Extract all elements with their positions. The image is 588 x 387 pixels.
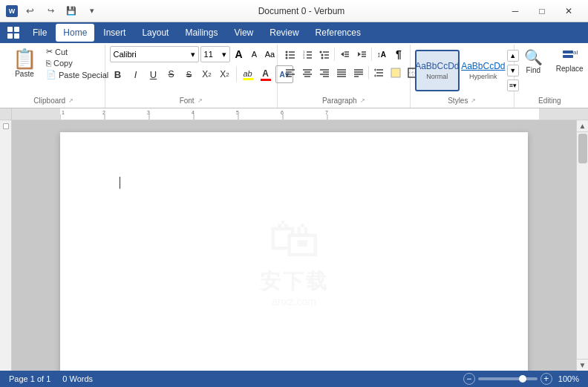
font-label: Font ↗: [110, 95, 272, 105]
svg-point-18: [321, 54, 323, 56]
ruler-content[interactable]: 1 2 3 4 5 6 7: [60, 108, 539, 120]
ruler-left-margin: [12, 108, 60, 120]
case-button[interactable]: Aa: [263, 46, 278, 62]
italic-button[interactable]: I: [128, 66, 144, 82]
font-dropdown-icon: ▾: [191, 50, 195, 59]
normal-style-preview: AaBbCcDd: [415, 61, 459, 71]
menu-home[interactable]: Home: [56, 24, 94, 42]
paste-button[interactable]: 📋 Paste: [7, 46, 42, 80]
minimize-button[interactable]: ─: [502, 0, 529, 22]
clipboard-expand-icon[interactable]: ↗: [68, 97, 74, 104]
grow-font-button[interactable]: A: [232, 46, 246, 62]
ruler-sidebar-space: [0, 108, 12, 120]
document-page[interactable]: 🛍 安下载 anxz.com: [60, 132, 528, 371]
svg-marker-54: [374, 74, 376, 77]
scroll-track[interactable]: [577, 132, 588, 359]
replace-icon: ab: [561, 48, 578, 65]
increase-indent-button[interactable]: [353, 46, 370, 62]
scroll-up-button[interactable]: ▲: [577, 120, 589, 132]
svg-text:5: 5: [236, 110, 239, 115]
svg-point-16: [319, 51, 321, 53]
zoom-in-button[interactable]: +: [540, 373, 552, 385]
close-button[interactable]: ✕: [555, 0, 582, 22]
zoom-slider-thumb: [519, 375, 526, 383]
menu-mailings[interactable]: Mailings: [177, 24, 225, 42]
align-right-button[interactable]: [316, 65, 333, 81]
menu-references[interactable]: References: [308, 24, 368, 42]
para-sep1: [334, 48, 335, 61]
save-button[interactable]: 💾: [62, 4, 80, 19]
window-title: Document 0 - Verbum: [101, 6, 502, 16]
svg-text:ab: ab: [573, 49, 578, 56]
cut-button[interactable]: ✂ Cut: [43, 46, 111, 57]
align-left-button[interactable]: [282, 65, 298, 81]
decrease-indent-button[interactable]: [336, 46, 353, 62]
justify-button[interactable]: [333, 65, 350, 81]
editing-label: Editing: [519, 95, 581, 105]
font-size-selector[interactable]: 11 ▾: [200, 46, 230, 62]
multilevel-button[interactable]: [316, 46, 333, 62]
scroll-thumb[interactable]: [578, 134, 587, 163]
restore-button[interactable]: □: [529, 0, 555, 22]
shading-button[interactable]: [388, 65, 404, 81]
sort-button[interactable]: ↕A: [373, 46, 390, 62]
underline-button[interactable]: U: [146, 66, 162, 82]
menu-file[interactable]: File: [25, 24, 54, 42]
font-color-button[interactable]: A: [258, 66, 274, 82]
ribbon: 📋 Paste ✂ Cut ⎘ Copy 📄 Paste Special Cl: [0, 43, 588, 108]
zoom-percent: 100%: [558, 374, 579, 383]
strikethrough-button[interactable]: S: [163, 66, 180, 82]
zoom-slider[interactable]: [478, 377, 538, 380]
paste-special-button[interactable]: 📄 Paste Special: [43, 69, 111, 80]
status-bar: Page 1 of 1 0 Words − + 100%: [0, 371, 588, 387]
paragraph-group: 1.2.3. ↕A ¶: [278, 45, 411, 108]
strikethrough2-button[interactable]: S: [181, 66, 197, 82]
menu-layout[interactable]: Layout: [134, 24, 176, 42]
superscript-button[interactable]: X2: [217, 66, 233, 82]
para-row1: 1.2.3. ↕A ¶: [282, 46, 421, 62]
shrink-font-button[interactable]: A: [247, 46, 262, 62]
paragraph-label: Paragraph ↗: [282, 95, 405, 105]
numbering-button[interactable]: 1.2.3.: [299, 46, 316, 62]
font-name-selector[interactable]: Calibri ▾: [110, 46, 199, 62]
clipboard-small-buttons: ✂ Cut ⎘ Copy 📄 Paste Special: [43, 46, 111, 80]
find-button[interactable]: 🔍 Find: [519, 46, 548, 77]
line-spacing-button[interactable]: [370, 65, 387, 81]
editing-group: 🔍 Find ab Replace Editing: [514, 45, 585, 108]
menu-view[interactable]: View: [226, 24, 261, 42]
replace-button[interactable]: ab Replace: [551, 46, 588, 75]
highlight-button[interactable]: ab: [240, 66, 256, 82]
redo-button[interactable]: ↪: [42, 4, 59, 19]
paste-icon: 📋: [13, 48, 36, 70]
svg-text:3.: 3.: [303, 56, 305, 59]
paragraph-expand-icon[interactable]: ↗: [360, 97, 365, 104]
customize-button[interactable]: ▾: [83, 4, 101, 19]
bullets-button[interactable]: [282, 46, 298, 62]
zoom-out-button[interactable]: −: [463, 373, 475, 385]
font-expand-icon[interactable]: ↗: [197, 97, 203, 104]
undo-button[interactable]: ↩: [21, 4, 39, 19]
align-center-button[interactable]: [299, 65, 316, 81]
show-hide-button[interactable]: ¶: [391, 46, 407, 62]
styles-expand-icon[interactable]: ↗: [471, 97, 476, 104]
para-sep2: [371, 48, 372, 61]
bold-button[interactable]: B: [110, 66, 126, 82]
svg-text:2: 2: [102, 110, 105, 115]
copy-icon: ⎘: [46, 59, 51, 68]
document-area[interactable]: 🛍 安下载 anxz.com: [12, 120, 576, 371]
font-sep: [236, 67, 237, 82]
subscript-button[interactable]: X2: [199, 66, 215, 82]
svg-rect-55: [391, 68, 400, 77]
font-name-row: Calibri ▾ 11 ▾ A A Aa: [110, 46, 293, 62]
scroll-down-button[interactable]: ▼: [577, 359, 589, 371]
menu-review[interactable]: Review: [262, 24, 306, 42]
sidebar-marker[interactable]: [3, 123, 9, 129]
menu-insert[interactable]: Insert: [96, 24, 133, 42]
svg-marker-26: [358, 52, 361, 56]
svg-text:7: 7: [325, 110, 328, 115]
copy-button[interactable]: ⎘ Copy: [43, 58, 111, 68]
menu-home-icon[interactable]: [3, 24, 24, 42]
normal-style-item[interactable]: AaBbCcDd Normal: [415, 50, 460, 91]
align-dist-button[interactable]: [350, 65, 367, 81]
hyperlink-style-item[interactable]: AaBbCcDd Hyperlink: [461, 50, 506, 91]
